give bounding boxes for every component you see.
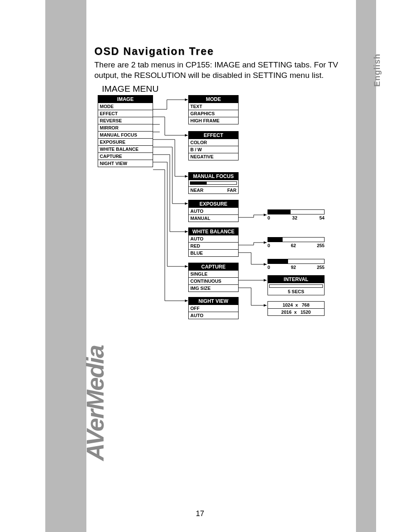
menu-item: RED: [189, 243, 238, 250]
menu-item: AUTO: [189, 208, 238, 215]
slider-val: 92: [291, 265, 296, 270]
page-title: OSD Navigation Tree: [94, 45, 346, 57]
menu-item: BLUE: [189, 250, 238, 256]
resolution-opt: 1024 x 768: [268, 302, 324, 309]
menu-item: B / W: [189, 146, 238, 153]
image-header: IMAGE: [98, 96, 153, 103]
page-number: 17: [0, 509, 400, 518]
left-sidebar: [45, 0, 86, 532]
language-label: English: [372, 54, 382, 87]
menu-item: EXPOSURE: [98, 139, 153, 146]
interval-header: INTERVAL: [268, 276, 324, 283]
slider-max: 255: [317, 265, 325, 270]
slider-max: 255: [317, 243, 325, 248]
wb-red-slider-box: 062255: [268, 237, 325, 248]
slider-min: 0: [268, 243, 270, 248]
wb-blue-slider-box: 092255: [268, 259, 325, 270]
menu-item: MIRROR: [98, 124, 153, 132]
menu-item: WHITE BALANCE: [98, 146, 153, 153]
menu-item: HIGH FRAME: [189, 117, 238, 124]
mode-submenu-box: MODE TEXT GRAPHICS HIGH FRAME: [188, 95, 239, 124]
near-label: NEAR: [190, 188, 203, 193]
night-view-box: NIGHT VIEW OFF AUTO: [188, 297, 239, 319]
slider-val: 32: [292, 215, 297, 220]
menu-item: IMG SIZE: [189, 285, 238, 292]
white-balance-box: WHITE BALANCE AUTO RED BLUE: [188, 227, 239, 257]
menu-item: COLOR: [189, 139, 238, 146]
image-menu-box: IMAGE MODE EFFECT REVERSE MIRROR MANUAL …: [98, 95, 153, 167]
capture-header: CAPTURE: [189, 263, 238, 271]
far-label: FAR: [227, 188, 236, 193]
slider-val: 62: [291, 243, 296, 248]
menu-item: GRAPHICS: [189, 110, 238, 117]
interval-value: 5 SECS: [268, 289, 324, 295]
night-view-header: NIGHT VIEW: [189, 297, 238, 305]
white-balance-header: WHITE BALANCE: [189, 228, 238, 235]
slider-min: 0: [268, 215, 270, 220]
page-content: OSD Navigation Tree There are 2 tab menu…: [94, 45, 346, 321]
menu-diagram: IMAGE MODE EFFECT REVERSE MIRROR MANUAL …: [98, 95, 332, 321]
menu-item: CONTINUOUS: [189, 278, 238, 285]
exposure-box: EXPOSURE AUTO MANUAL: [188, 200, 239, 222]
menu-item: MODE: [98, 103, 153, 110]
mode-header: MODE: [189, 96, 238, 103]
exposure-slider-box: 03254: [268, 209, 325, 220]
menu-item: AUTO: [189, 235, 238, 243]
capture-box: CAPTURE SINGLE CONTINUOUS IMG SIZE: [188, 263, 239, 292]
menu-item: MANUAL FOCUS: [98, 132, 153, 139]
exposure-header: EXPOSURE: [189, 200, 238, 208]
menu-item: EFFECT: [98, 110, 153, 117]
manual-focus-box: MANUAL FOCUS NEARFAR: [188, 172, 239, 194]
menu-item: CAPTURE: [98, 153, 153, 160]
menu-item: NIGHT VIEW: [98, 160, 153, 167]
menu-item: MANUAL: [189, 215, 238, 222]
menu-item: REVERSE: [98, 117, 153, 124]
menu-item: TEXT: [189, 103, 238, 110]
slider-max: 54: [319, 215, 325, 220]
menu-item: NEGATIVE: [189, 153, 238, 160]
effect-submenu-box: EFFECT COLOR B / W NEGATIVE: [188, 131, 239, 160]
slider-min: 0: [268, 265, 270, 270]
interval-box: INTERVAL 5 SECS: [268, 275, 325, 295]
resolution-opt: 2016 x 1520: [268, 309, 324, 315]
menu-item: AUTO: [189, 312, 238, 319]
menu-item: OFF: [189, 305, 238, 312]
effect-header: EFFECT: [189, 132, 238, 139]
brand-logo: AVerMedia: [81, 346, 109, 461]
menu-item: SINGLE: [189, 271, 238, 278]
manual-focus-header: MANUAL FOCUS: [189, 173, 238, 180]
page-description: There are 2 tab menus in CP155: IMAGE an…: [94, 60, 346, 80]
subheading: IMAGE MENU: [102, 84, 346, 94]
resolution-box: 1024 x 768 2016 x 1520: [268, 301, 325, 316]
